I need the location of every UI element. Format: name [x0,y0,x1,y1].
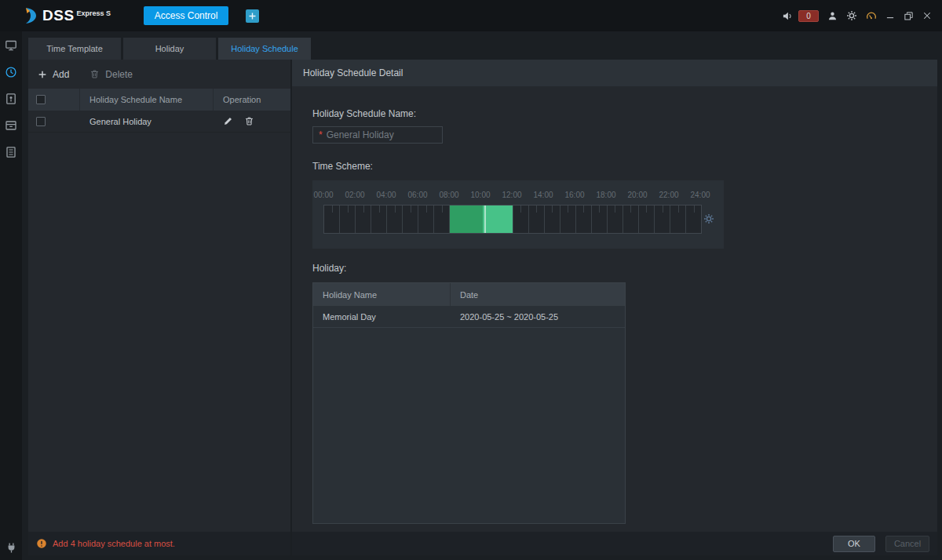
tab-holiday[interactable]: Holiday [123,38,216,60]
delete-button[interactable]: Delete [89,69,133,80]
holiday-name-cell: Memorial Day [313,306,451,327]
delete-label: Delete [105,69,133,80]
access-icon[interactable] [5,93,17,105]
schedule-name-input[interactable] [327,129,442,140]
schedule-list-panel: Add Delete Holiday Schedule Name Operati… [28,60,290,532]
schedule-name-field: * [312,126,443,144]
dss-logo-icon [22,6,41,25]
column-header-name: Holiday Schedule Name [80,89,214,111]
select-all-checkbox[interactable] [36,95,46,104]
hour-label: 22:00 [659,191,678,199]
volume-icon[interactable] [782,10,794,22]
detail-footer: OK Cancel [292,532,937,555]
timeline-grid[interactable] [324,205,701,233]
time-scheme-panel: 00:00 02:00 04:00 06:00 08:00 10:00 12:0… [312,180,724,249]
schedule-list-column: Add Delete Holiday Schedule Name Operati… [28,60,290,555]
hour-label: 08:00 [439,191,458,199]
row-schedule-name: General Holiday [80,111,214,132]
hour-label: 10:00 [470,191,490,199]
list-empty-area [28,133,290,532]
time-template-icon[interactable] [5,66,17,78]
edit-icon[interactable] [223,116,233,126]
add-icon [38,70,47,79]
holiday-table-empty-area [313,328,625,523]
hour-label: 16:00 [564,191,584,199]
user-icon[interactable] [827,11,838,21]
cancel-button[interactable]: Cancel [885,536,929,552]
hour-label: 06:00 [407,191,427,199]
access-control-tab[interactable]: Access Control [144,6,228,25]
app-logo: DSS Express S [22,7,111,25]
add-module-button[interactable] [246,9,259,23]
holiday-label: Holiday: [312,263,346,274]
table-row[interactable]: General Holiday [28,111,290,133]
holiday-date-cell: 2020-05-25 ~ 2020-05-25 [451,312,625,322]
delete-row-icon[interactable] [244,116,254,126]
list-header-row: Holiday Schedule Name Operation [28,89,290,111]
required-marker: * [319,129,323,140]
holiday-row[interactable]: Memorial Day 2020-05-25 ~ 2020-05-25 [313,306,625,328]
holiday-table-header: Holiday Name Date [313,283,625,306]
link-icon[interactable] [5,542,17,554]
device-icon[interactable] [5,119,17,132]
detail-column: Holiday Schedule Detail Holiday Schedule… [292,60,937,555]
settings-icon[interactable] [846,10,857,21]
holiday-name-column-header: Holiday Name [313,283,451,306]
tab-time-template[interactable]: Time Template [28,38,121,60]
holiday-table: Holiday Name Date Memorial Day 2020-05-2… [312,282,626,524]
timeline-grid-wrap [323,205,702,234]
logo-suffix: Express S [77,9,111,17]
hour-label: 20:00 [627,191,647,199]
add-label: Add [53,69,69,80]
row-checkbox[interactable] [36,117,46,126]
titlebar-controls: 0 [782,10,942,22]
ok-button[interactable]: OK [833,536,875,552]
hour-label: 14:00 [533,191,553,199]
holiday-date-column-header: Date [451,290,625,300]
minimize-button[interactable] [885,11,895,20]
warning-icon [36,538,47,549]
alarm-count-badge[interactable]: 0 [798,10,819,22]
hour-label: 18:00 [596,191,615,199]
timeline-selection[interactable] [450,205,513,233]
tab-holiday-schedule[interactable]: Holiday Schedule [218,38,311,60]
detail-body: Holiday Schedule Name: * Time Scheme: 00… [292,86,937,532]
schedule-name-label: Holiday Schedule Name: [312,108,416,119]
performance-icon[interactable] [866,10,877,21]
titlebar: DSS Express S Access Control 0 [0,0,942,31]
timeline-hour-labels: 00:00 02:00 04:00 06:00 08:00 10:00 12:0… [323,191,700,202]
delete-icon [89,69,100,79]
hour-label: 02:00 [345,191,364,199]
list-footer: Add 4 holiday schedule at most. [28,532,290,555]
side-navigation [0,31,22,560]
log-icon[interactable] [5,146,17,158]
hour-label: 04:00 [376,191,396,199]
timeline-settings-icon[interactable] [703,213,714,224]
detail-panel-title: Holiday Schedule Detail [292,60,937,86]
add-button[interactable]: Add [38,69,69,80]
tab-row: Time Template Holiday Holiday Schedule [28,38,937,60]
time-scheme-label: Time Scheme: [312,161,373,172]
hour-label: 00:00 [313,191,333,199]
warning-text: Add 4 holiday schedule at most. [53,539,175,548]
list-toolbar: Add Delete [28,60,290,89]
logo-text: DSS [42,7,75,24]
hour-label: 24:00 [690,191,710,199]
workspace: Time Template Holiday Holiday Schedule A… [22,31,942,560]
videowall-icon[interactable] [5,39,17,52]
hour-label: 12:00 [502,191,521,199]
column-header-operation: Operation [214,95,290,104]
close-button[interactable] [922,11,932,20]
restore-button[interactable] [904,11,914,21]
